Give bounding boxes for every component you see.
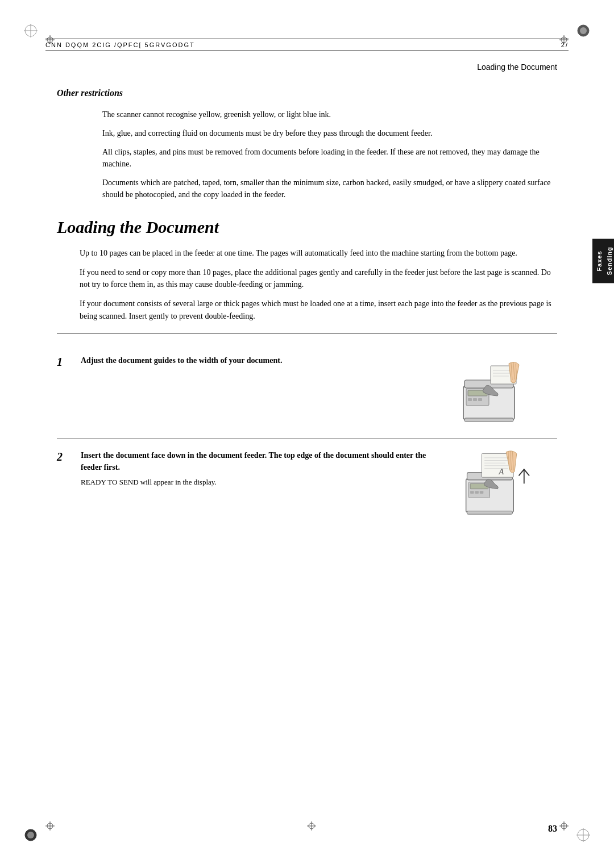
body-p1: Up to 10 pages can be placed in the feed… bbox=[80, 247, 557, 260]
svg-point-6 bbox=[27, 832, 34, 838]
step-2-row: 2 Insert the document face down in the d… bbox=[57, 439, 557, 533]
other-restrictions-heading: Other restrictions bbox=[57, 88, 557, 98]
other-restrictions-section: Other restrictions The scanner cannot re… bbox=[57, 88, 557, 201]
step-2-text: Insert the document face down in the doc… bbox=[75, 449, 443, 488]
header-band: CNN DQQM 2CIG /QPFC[ 5GRVGODGT 2/ bbox=[45, 39, 569, 51]
main-content: Other restrictions The scanner cannot re… bbox=[57, 82, 557, 811]
header-left: CNN DQQM 2CIG /QPFC[ 5GRVGODGT bbox=[45, 41, 307, 48]
main-section-title: Loading the Document bbox=[57, 218, 557, 237]
svg-rect-33 bbox=[480, 491, 484, 494]
step-1-number: 1 bbox=[57, 354, 75, 369]
step-2-main: Insert the document face down in the doc… bbox=[81, 449, 432, 473]
header-right: 2/ bbox=[307, 41, 569, 48]
restriction-p2: Ink, glue, and correcting fluid on docum… bbox=[102, 127, 557, 139]
svg-rect-31 bbox=[470, 491, 474, 494]
svg-point-4 bbox=[580, 27, 587, 34]
step-1-main: Adjust the document guides to the width … bbox=[81, 354, 432, 366]
restriction-p1: The scanner cannot recognise yellow, gre… bbox=[102, 108, 557, 120]
step-2-image: A bbox=[443, 449, 557, 523]
reg-mark-bottom-left bbox=[24, 828, 38, 844]
body-p3: If your document consists of several lar… bbox=[80, 298, 557, 322]
step-2-number: 2 bbox=[57, 449, 75, 464]
step-1-text: Adjust the document guides to the width … bbox=[75, 354, 443, 366]
step-1-image bbox=[443, 354, 557, 428]
svg-rect-20 bbox=[473, 398, 477, 401]
svg-rect-43 bbox=[467, 511, 513, 515]
body-p2: If you need to send or copy more than 10… bbox=[80, 266, 557, 291]
svg-rect-19 bbox=[468, 398, 472, 401]
restriction-p3: All clips, staples, and pins must be rem… bbox=[102, 146, 557, 170]
page-header-title: Loading the Document bbox=[477, 62, 557, 72]
side-tab-line1: Sending bbox=[606, 247, 613, 275]
crosshair-bottom-right bbox=[559, 821, 569, 833]
reg-mark-top-right bbox=[576, 24, 590, 40]
svg-text:A: A bbox=[498, 467, 504, 476]
svg-rect-21 bbox=[478, 398, 482, 401]
restriction-paragraphs: The scanner cannot recognise yellow, gre… bbox=[102, 108, 557, 201]
loading-document-section: Loading the Document Up to 10 pages can … bbox=[57, 218, 557, 322]
reg-mark-bottom-right bbox=[576, 828, 590, 844]
step-2-sub: READY TO SEND will appear in the display… bbox=[81, 477, 432, 488]
crosshair-bottom-center bbox=[307, 821, 316, 833]
step-1-row: 1 Adjust the document guides to the widt… bbox=[57, 344, 557, 439]
page: CNN DQQM 2CIG /QPFC[ 5GRVGODGT 2/ Loadin… bbox=[0, 0, 614, 868]
steps-divider bbox=[57, 333, 557, 334]
svg-rect-27 bbox=[464, 418, 513, 422]
body-paragraphs: Up to 10 pages can be placed in the feed… bbox=[80, 247, 557, 322]
reg-mark-top-left bbox=[24, 24, 38, 40]
side-tab: Faxes Sending 4. + bbox=[592, 239, 614, 283]
crosshair-bottom-left bbox=[45, 821, 55, 833]
page-number: 83 bbox=[548, 824, 557, 834]
side-tab-line2: Faxes bbox=[596, 251, 603, 271]
restriction-p4: Documents which are patched, taped, torn… bbox=[102, 177, 557, 201]
svg-rect-32 bbox=[475, 491, 479, 494]
